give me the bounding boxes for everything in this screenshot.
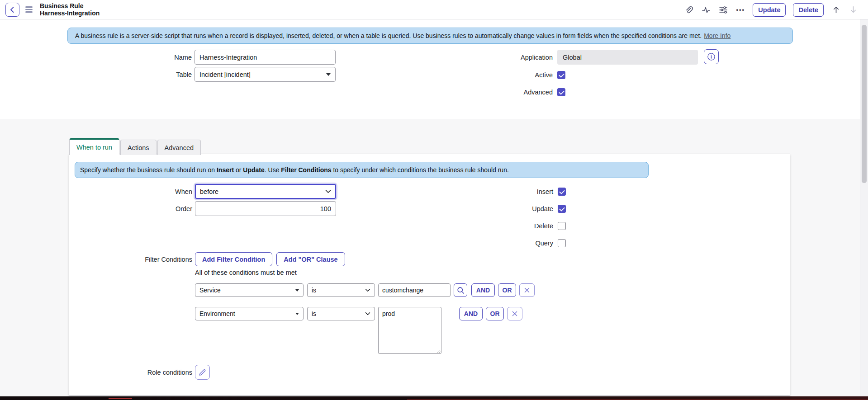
pulse-icon — [702, 5, 711, 14]
application-info-button[interactable] — [704, 49, 719, 64]
chevron-down-icon — [365, 312, 370, 315]
query-label: Query — [463, 239, 553, 247]
vertical-scrollbar[interactable] — [860, 19, 868, 396]
update-button[interactable]: Update — [753, 3, 786, 17]
pencil-icon — [198, 368, 207, 376]
chevron-down-icon — [365, 288, 370, 292]
delete-label: Delete — [463, 222, 553, 230]
delete-checkbox[interactable] — [558, 222, 566, 230]
when-select-value: before — [200, 188, 218, 195]
chevron-down-icon — [325, 189, 331, 193]
table-label: Table — [81, 67, 192, 82]
tab-actions[interactable]: Actions — [120, 140, 157, 155]
condition-and-button-2[interactable]: AND — [459, 307, 483, 320]
info-banner: A business rule is a server-side script … — [67, 28, 793, 44]
tab-when-to-run[interactable]: When to run — [69, 138, 119, 155]
role-conditions-label: Role conditions — [102, 365, 192, 380]
more-info-link[interactable]: More Info — [704, 32, 730, 39]
dropdown-triangle-icon — [295, 313, 299, 315]
condition-remove-button-2[interactable] — [507, 307, 522, 320]
condition-or-button-1[interactable]: OR — [498, 283, 516, 297]
add-or-clause-button[interactable]: Add "OR" Clause — [276, 252, 345, 266]
query-checkbox[interactable] — [558, 239, 566, 247]
condition-lookup-button-1[interactable] — [454, 283, 467, 297]
back-button[interactable] — [5, 3, 19, 17]
conditions-note: All of these conditions must be met — [195, 269, 297, 276]
condition-or-button-2[interactable]: OR — [486, 307, 504, 320]
page-title: Business Rule Harness-Integration — [40, 2, 100, 17]
personalize-form-icon[interactable] — [718, 5, 728, 15]
section-message-text: Specify whether the business rule should… — [80, 166, 509, 174]
condition-field-select-1[interactable]: Service — [195, 283, 304, 297]
add-filter-condition-button[interactable]: Add Filter Condition — [195, 252, 272, 266]
condition-field-select-2[interactable]: Environment — [195, 307, 304, 320]
activity-stream-icon[interactable] — [701, 5, 711, 15]
info-icon — [707, 52, 716, 61]
active-checkbox[interactable] — [557, 71, 565, 79]
arrow-up-icon — [832, 5, 840, 14]
filter-conditions-label: Filter Conditions — [102, 252, 192, 266]
update-checkbox[interactable] — [558, 205, 566, 213]
tab-advanced[interactable]: Advanced — [157, 140, 201, 155]
condition-operator-select-2[interactable]: is — [307, 307, 375, 320]
insert-label: Insert — [463, 188, 553, 196]
header-bar: Business Rule Harness-Integration — [0, 0, 868, 19]
dropdown-triangle-icon — [295, 289, 299, 292]
condition-value-input-1[interactable] — [378, 283, 451, 297]
more-options-icon[interactable]: ••• — [735, 5, 745, 15]
scrollbar-thumb[interactable] — [862, 25, 867, 183]
condition-and-button-1[interactable]: AND — [471, 283, 495, 297]
condition-field-value-2: Environment — [199, 310, 235, 317]
sliders-icon — [719, 5, 728, 14]
application-value: Global — [563, 54, 582, 61]
condition-operator-value-1: is — [312, 287, 316, 294]
section-message: Specify whether the business rule should… — [75, 162, 649, 178]
table-select-value: Incident [incident] — [199, 71, 251, 78]
name-label: Name — [81, 50, 192, 65]
attachment-icon[interactable] — [684, 5, 694, 15]
taskbar-accent — [109, 398, 132, 399]
update-label: Update — [463, 205, 553, 213]
condition-field-value-1: Service — [199, 287, 221, 294]
application-label: Application — [442, 50, 553, 65]
table-select[interactable]: Incident [incident] — [194, 67, 336, 82]
close-icon — [524, 287, 530, 293]
info-banner-text: A business rule is a server-side script … — [75, 32, 702, 39]
previous-record-button[interactable] — [831, 5, 841, 15]
dropdown-triangle-icon — [326, 73, 331, 76]
condition-value-textarea-2[interactable]: prod — [378, 307, 441, 354]
condition-operator-value-2: is — [312, 310, 316, 317]
record-type-title: Business Rule — [40, 2, 100, 9]
advanced-label: Advanced — [442, 88, 553, 96]
chevron-left-icon — [9, 6, 16, 14]
next-record-button[interactable] — [848, 5, 858, 15]
order-label: Order — [102, 201, 192, 216]
search-icon — [457, 287, 465, 294]
advanced-checkbox[interactable] — [557, 88, 565, 96]
active-label: Active — [442, 71, 553, 79]
arrow-down-icon — [849, 5, 858, 14]
name-input[interactable] — [194, 50, 336, 65]
ellipsis-icon: ••• — [736, 6, 745, 13]
when-select[interactable]: before — [195, 184, 336, 199]
paperclip-icon — [684, 5, 693, 14]
insert-checkbox[interactable] — [558, 188, 566, 196]
edit-role-conditions-button[interactable] — [195, 365, 210, 380]
when-label: When — [102, 184, 192, 199]
condition-remove-button-1[interactable] — [519, 283, 535, 297]
close-icon — [512, 311, 517, 316]
context-menu-icon[interactable] — [25, 6, 33, 13]
delete-button[interactable]: Delete — [793, 3, 824, 17]
order-input[interactable] — [195, 201, 336, 216]
condition-operator-select-1[interactable]: is — [307, 283, 375, 297]
when-to-run-panel: Specify whether the business rule should… — [69, 154, 790, 395]
record-name-title: Harness-Integration — [40, 9, 100, 17]
application-field: Global — [557, 50, 698, 65]
